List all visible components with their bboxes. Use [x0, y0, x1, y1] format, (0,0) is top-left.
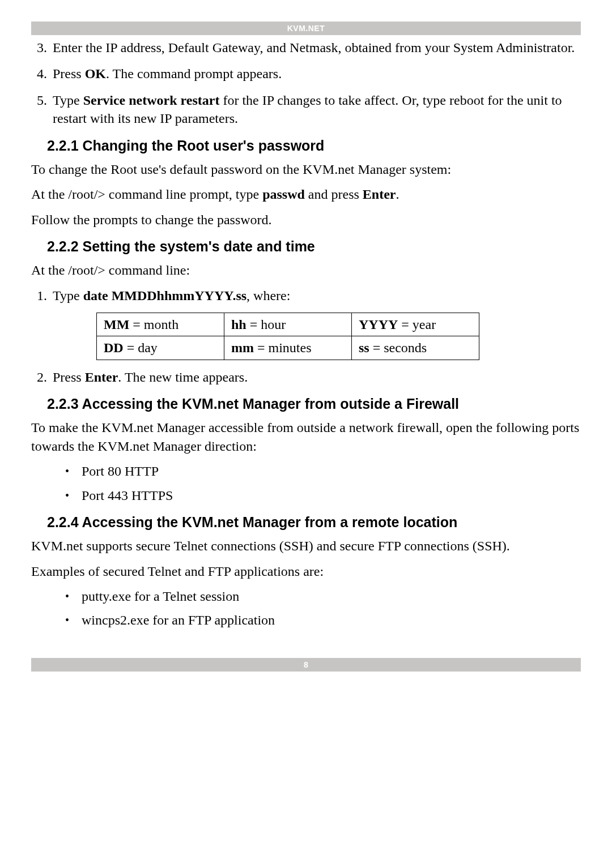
- page-header-bar: KVM.NET: [31, 22, 581, 35]
- bold-passwd: passwd: [262, 187, 305, 202]
- heading-2-2-2: 2.2.2 Setting the system's date and time: [47, 238, 581, 255]
- step-number: 2.: [31, 368, 47, 386]
- text: = hour: [246, 317, 286, 332]
- ports-list: • Port 80 HTTP • Port 443 HTTPS: [31, 462, 581, 504]
- paragraph: At the /root/> command line:: [31, 261, 581, 279]
- step-number: 3.: [31, 39, 47, 57]
- bold: YYYY: [359, 317, 398, 332]
- bold: MM: [104, 317, 129, 332]
- text: = minutes: [254, 340, 312, 355]
- bold: mm: [231, 340, 254, 355]
- text: Type: [53, 288, 83, 303]
- bullet-icon: •: [65, 611, 69, 629]
- list-item: • wincps2.exe for an FTP application: [31, 611, 581, 629]
- cell-mm: MM = month: [97, 313, 224, 336]
- bold-enter: Enter: [85, 370, 118, 384]
- text: = day: [124, 340, 158, 355]
- page-footer-bar: 8: [31, 658, 581, 672]
- heading-2-2-3: 2.2.3 Accessing the KVM.net Manager from…: [47, 395, 581, 413]
- step-text: Press OK. The command prompt appears.: [53, 65, 581, 83]
- text: .: [396, 187, 400, 202]
- text: = seconds: [369, 340, 427, 355]
- table-row: MM = month hh = hour YYYY = year: [97, 313, 479, 336]
- bold: DD: [104, 340, 124, 355]
- step-4: 4. Press OK. The command prompt appears.: [31, 65, 581, 83]
- paragraph: Examples of secured Telnet and FTP appli…: [31, 562, 581, 580]
- date-steps: 1. Type date MMDDhhmmYYYY.ss, where:: [31, 287, 581, 305]
- text: Type: [53, 93, 83, 108]
- text: . The new time appears.: [118, 370, 248, 384]
- heading-2-2-1: 2.2.1 Changing the Root user's password: [47, 137, 581, 155]
- step-5: 5. Type Service network restart for the …: [31, 91, 581, 128]
- cell-mm2: mm = minutes: [224, 336, 352, 360]
- step-text: Enter the IP address, Default Gateway, a…: [53, 39, 581, 57]
- list-text: wincps2.exe for an FTP application: [82, 611, 275, 629]
- cell-yyyy: YYYY = year: [352, 313, 479, 336]
- bullet-icon: •: [65, 587, 69, 605]
- date-step-1: 1. Type date MMDDhhmmYYYY.ss, where:: [31, 287, 581, 305]
- text: = month: [129, 317, 178, 332]
- list-item: • putty.exe for a Telnet session: [31, 587, 581, 605]
- cell-dd: DD = day: [97, 336, 224, 360]
- cell-hh: hh = hour: [224, 313, 352, 336]
- list-text: Port 443 HTTPS: [82, 486, 173, 504]
- list-item: • Port 443 HTTPS: [31, 486, 581, 504]
- text: Press: [53, 370, 85, 384]
- table-row: DD = day mm = minutes ss = seconds: [97, 336, 479, 360]
- text: , where:: [246, 288, 290, 303]
- date-steps-2: 2. Press Enter. The new time appears.: [31, 368, 581, 386]
- list-text: putty.exe for a Telnet session: [82, 587, 239, 605]
- cell-ss: ss = seconds: [352, 336, 479, 360]
- list-item: • Port 80 HTTP: [31, 462, 581, 480]
- text: At the /root/> command line prompt, type: [31, 187, 262, 202]
- step-number: 5.: [31, 91, 47, 128]
- step-number: 4.: [31, 65, 47, 83]
- date-format-table: MM = month hh = hour YYYY = year DD = da…: [96, 313, 479, 360]
- paragraph: At the /root/> command line prompt, type…: [31, 185, 581, 203]
- bold: hh: [231, 317, 246, 332]
- bold-ok: OK: [85, 66, 106, 81]
- paragraph: Follow the prompts to change the passwor…: [31, 211, 581, 229]
- bold-command: Service network restart: [83, 93, 220, 108]
- paragraph: To make the KVM.net Manager accessible f…: [31, 418, 581, 455]
- paragraph: To change the Root use's default passwor…: [31, 160, 581, 178]
- bold-enter: Enter: [363, 187, 396, 202]
- intro-steps: 3. Enter the IP address, Default Gateway…: [31, 39, 581, 128]
- heading-2-2-4: 2.2.4 Accessing the KVM.net Manager from…: [47, 514, 581, 531]
- step-text: Type Service network restart for the IP …: [53, 91, 581, 128]
- step-text: Type date MMDDhhmmYYYY.ss, where:: [53, 287, 581, 305]
- bullet-icon: •: [65, 462, 69, 480]
- step-text: Press Enter. The new time appears.: [53, 368, 581, 386]
- paragraph: KVM.net supports secure Telnet connectio…: [31, 537, 581, 555]
- step-3: 3. Enter the IP address, Default Gateway…: [31, 39, 581, 57]
- text: and press: [305, 187, 363, 202]
- bullet-icon: •: [65, 486, 69, 504]
- list-text: Port 80 HTTP: [82, 462, 159, 480]
- apps-list: • putty.exe for a Telnet session • wincp…: [31, 587, 581, 630]
- text: Press: [53, 66, 85, 81]
- step-number: 1.: [31, 287, 47, 305]
- text: = year: [398, 317, 436, 332]
- bold-date-cmd: date MMDDhhmmYYYY.ss: [83, 288, 246, 303]
- bold: ss: [359, 340, 369, 355]
- date-step-2: 2. Press Enter. The new time appears.: [31, 368, 581, 386]
- document-page: KVM.NET 3. Enter the IP address, Default…: [0, 22, 612, 868]
- text: . The command prompt appears.: [106, 66, 282, 81]
